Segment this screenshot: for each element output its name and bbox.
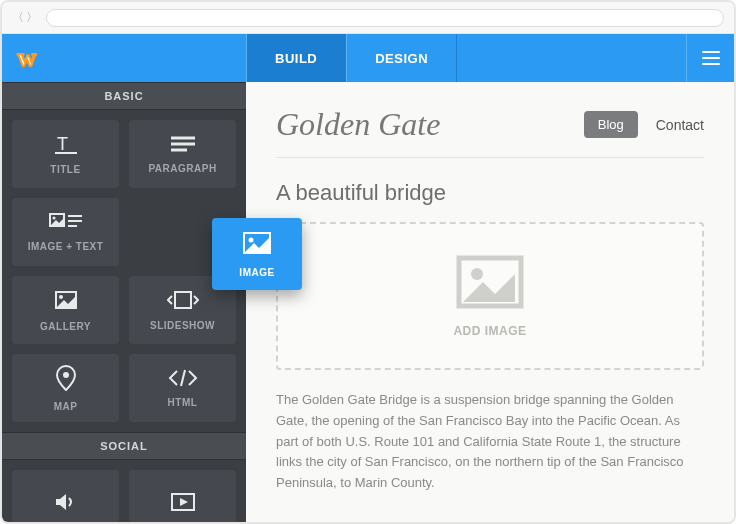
category-header-social: SOCIAL <box>2 432 246 460</box>
tile-image-text[interactable]: IMAGE + TEXT <box>12 198 119 266</box>
forward-icon[interactable]: 〉 <box>26 9 38 26</box>
svg-text:T: T <box>57 134 68 154</box>
svg-point-11 <box>59 295 63 299</box>
logo-icon: w <box>18 43 37 73</box>
tile-gallery[interactable]: GALLERY <box>12 276 119 344</box>
back-icon[interactable]: 〈 <box>12 9 24 26</box>
page-heading: A beautiful bridge <box>276 180 704 206</box>
tile-audio[interactable] <box>12 470 119 522</box>
map-icon <box>55 365 77 395</box>
address-bar[interactable] <box>46 9 724 27</box>
tile-video[interactable] <box>129 470 236 522</box>
menu-button[interactable] <box>686 34 734 82</box>
image-placeholder-icon <box>455 254 525 314</box>
tile-empty-slot <box>129 198 236 266</box>
body-paragraph: The Golden Gate Bridge is a suspension b… <box>276 390 704 494</box>
image-text-icon <box>49 213 83 235</box>
tab-design[interactable]: DESIGN <box>346 34 457 82</box>
svg-rect-12 <box>175 292 191 308</box>
title-icon: T <box>51 134 81 158</box>
add-image-label: ADD IMAGE <box>453 324 526 338</box>
category-header-basic: BASIC <box>2 82 246 110</box>
add-image-dropzone[interactable]: ADD IMAGE <box>276 222 704 370</box>
svg-point-6 <box>52 216 55 219</box>
page-canvas: Golden Gate Blog Contact A beautiful bri… <box>246 82 734 522</box>
tile-slideshow[interactable]: SLIDESHOW <box>129 276 236 344</box>
svg-line-14 <box>181 370 185 386</box>
gallery-icon <box>53 289 79 315</box>
browser-chrome: 〈 〉 <box>2 2 734 34</box>
tab-build[interactable]: BUILD <box>246 34 346 82</box>
tile-title[interactable]: T TITLE <box>12 120 119 188</box>
svg-point-17 <box>471 268 483 280</box>
slideshow-icon <box>167 290 199 314</box>
audio-icon <box>54 492 78 516</box>
tile-html[interactable]: HTML <box>129 354 236 422</box>
nav-blog-button[interactable]: Blog <box>584 111 638 138</box>
tile-paragraph[interactable]: PARAGRAPH <box>129 120 236 188</box>
site-title: Golden Gate <box>276 106 440 143</box>
tile-map[interactable]: MAP <box>12 354 119 422</box>
hamburger-icon <box>702 51 720 65</box>
paragraph-icon <box>169 135 197 157</box>
app-topbar: w BUILD DESIGN <box>2 34 734 82</box>
nav-contact-link[interactable]: Contact <box>656 117 704 133</box>
elements-sidebar: BASIC T TITLE PARAGRAPH <box>2 82 246 522</box>
logo[interactable]: w <box>2 34 52 82</box>
video-icon <box>170 492 196 516</box>
html-icon <box>168 369 198 391</box>
svg-point-13 <box>63 372 69 378</box>
